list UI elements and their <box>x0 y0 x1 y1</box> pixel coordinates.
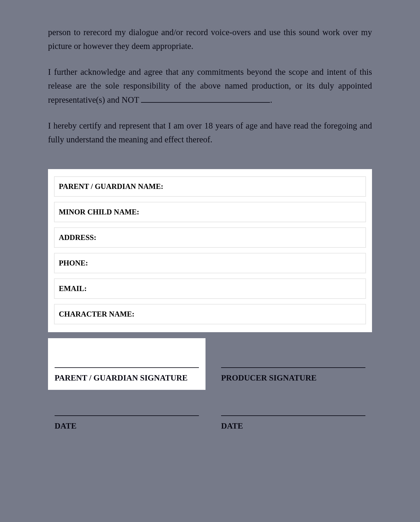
parent-date-line[interactable] <box>55 415 199 416</box>
field-parent-guardian-name[interactable]: PARENT / GUARDIAN NAME: <box>54 176 366 197</box>
form-box: PARENT / GUARDIAN NAME: MINOR CHILD NAME… <box>48 169 372 332</box>
field-address[interactable]: ADDRESS: <box>54 227 366 248</box>
paragraph-1: person to rerecord my dialogue and/or re… <box>48 26 372 53</box>
signature-row-2: DATE DATE <box>48 390 372 437</box>
parent-date-label: DATE <box>55 421 199 431</box>
field-minor-child-name[interactable]: MINOR CHILD NAME: <box>54 202 366 222</box>
field-phone[interactable]: PHONE: <box>54 253 366 273</box>
field-email[interactable]: EMAIL: <box>54 278 366 299</box>
parent-signature-label: PARENT / GUARDIAN SIGNATURE <box>55 373 199 383</box>
producer-date-label: DATE <box>221 421 365 431</box>
paragraph-2: I further acknowledge and agree that any… <box>48 65 372 107</box>
signature-row-1: PARENT / GUARDIAN SIGNATURE PRODUCER SIG… <box>48 338 372 390</box>
producer-signature-line[interactable] <box>221 367 365 368</box>
parent-date-block: DATE <box>48 390 206 437</box>
parent-signature-line[interactable] <box>55 367 199 368</box>
field-character-name[interactable]: CHARACTER NAME: <box>54 304 366 324</box>
parent-signature-block: PARENT / GUARDIAN SIGNATURE <box>48 338 206 390</box>
paragraph-3: I hereby certify and represent that I am… <box>48 119 372 147</box>
producer-date-line[interactable] <box>221 415 365 416</box>
producer-signature-block: PRODUCER SIGNATURE <box>214 338 372 390</box>
blank-fill-line[interactable] <box>141 102 270 103</box>
producer-date-block: DATE <box>214 390 372 437</box>
producer-signature-label: PRODUCER SIGNATURE <box>221 373 365 383</box>
paragraph-2-post: . <box>270 95 272 105</box>
paragraph-2-pre: I further acknowledge and agree that any… <box>48 67 372 104</box>
